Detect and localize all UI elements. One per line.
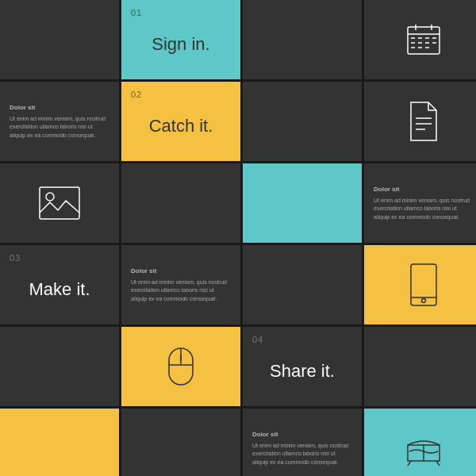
main-grid: 01 Sign in. (0, 0, 476, 476)
step2-number: 02 (131, 90, 142, 99)
cell-r6c1 (0, 409, 119, 476)
step3-title: Make it. (29, 279, 90, 300)
cell-r1c3 (243, 0, 362, 79)
step3-number: 03 (10, 253, 21, 263)
step1-title: Sign in. (152, 34, 209, 55)
step4-title: Share it. (270, 361, 335, 382)
cell-r6c2 (121, 409, 240, 476)
lorem-title-r2c1: Dolor sit (10, 103, 109, 113)
lorem-body-r3c4: Ut enim ad minim veniam, quis nostrud ex… (374, 198, 470, 220)
cell-r1c1 (0, 0, 119, 79)
cell-step1: 01 Sign in. (121, 0, 240, 79)
cell-r5c4 (364, 327, 476, 406)
cell-tablet-icon (364, 245, 476, 324)
cell-r5c1 (0, 327, 119, 406)
lorem-title-r6c3: Dolor sit (252, 430, 352, 440)
lorem-title-r4c2: Dolor sit (131, 267, 231, 276)
step2-title: Catch it. (149, 116, 213, 136)
svg-point-19 (46, 193, 54, 201)
svg-rect-0 (408, 27, 440, 54)
cell-document-icon (364, 82, 476, 161)
lorem-body-r6c3: Ut enim ad minim veniam, quis nostrud ex… (252, 443, 348, 465)
step1-number: 01 (131, 8, 142, 17)
cell-step2: 02 Catch it. (121, 82, 240, 161)
cell-picture-icon (0, 163, 119, 243)
cell-r4c2-text: Dolor sit Ut enim ad minim veniam, quis … (121, 245, 240, 324)
cell-mouse-icon (121, 327, 240, 406)
cell-r2c1-text: Dolor sit Ut enim ad minim veniam, quis … (0, 82, 119, 161)
cell-cake-icon (364, 409, 476, 476)
cell-r3c4-text: Dolor sit Ut enim ad minim veniam, quis … (364, 163, 476, 243)
cell-calendar-icon (364, 0, 476, 79)
lorem-body-r2c1: Ut enim ad minim veniam, quis nostrud ex… (10, 116, 106, 138)
lorem-title-r3c4: Dolor sit (374, 185, 474, 194)
cell-r6c3-text: Dolor sit Ut enim ad minim veniam, quis … (243, 409, 362, 476)
lorem-body-r4c2: Ut enim ad minim veniam, quis nostrud ex… (131, 279, 227, 301)
svg-rect-18 (40, 187, 79, 219)
cell-r4c3 (243, 245, 362, 324)
cell-step4: 04 Share it. (243, 327, 362, 406)
step4-number: 04 (252, 335, 263, 344)
cell-step3: 03 Make it. (0, 245, 119, 324)
svg-point-21 (422, 299, 426, 303)
cell-r3c3 (243, 163, 362, 243)
cell-r3c2 (121, 163, 240, 243)
cell-r2c3 (243, 82, 362, 161)
